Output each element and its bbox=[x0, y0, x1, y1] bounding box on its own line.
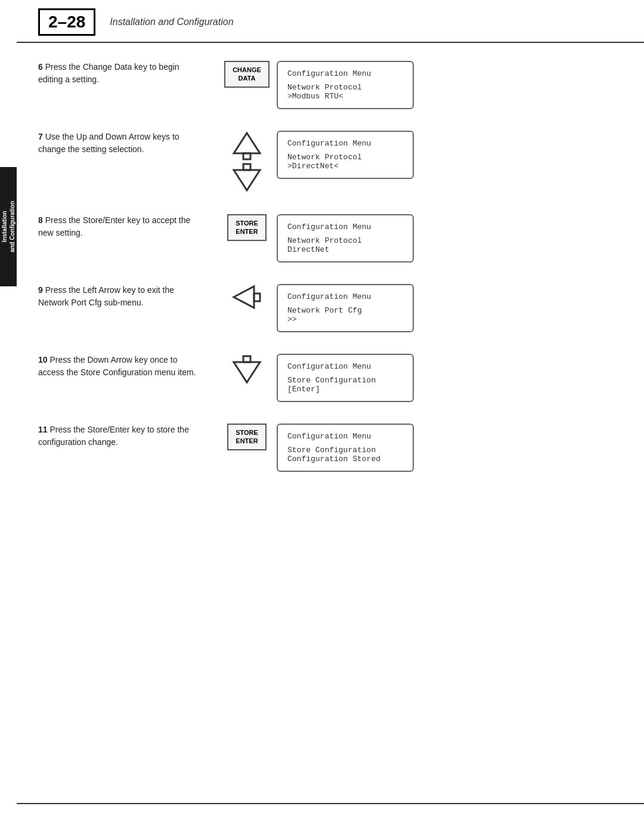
step10-text: 10 Press the Down Arrow key once to acce… bbox=[38, 354, 217, 379]
step6-text: 6 Press the Change Data key to begin edi… bbox=[38, 61, 217, 86]
store-enter-button-8: STORE ENTER bbox=[227, 214, 267, 241]
left-arrow-icon bbox=[231, 284, 262, 311]
step-row: 6 Press the Change Data key to begin edi… bbox=[38, 61, 623, 109]
step6-display: Configuration Menu Network Protocol >Mod… bbox=[277, 61, 414, 109]
page-footer bbox=[17, 803, 644, 804]
page-header: 2–28 Installation and Configuration bbox=[17, 0, 644, 43]
svg-rect-5 bbox=[254, 293, 260, 301]
down-arrow-icon-10 bbox=[231, 354, 262, 385]
svg-marker-0 bbox=[234, 133, 260, 153]
svg-rect-1 bbox=[243, 153, 250, 159]
step9-key bbox=[217, 284, 277, 311]
step8-description: Press the Store/Enter key to accept the … bbox=[38, 215, 190, 237]
step6-key: CHANGE DATA bbox=[217, 61, 277, 88]
svg-marker-7 bbox=[234, 362, 260, 382]
step6-description: Press the Change Data key to begin editi… bbox=[38, 62, 179, 84]
svg-marker-4 bbox=[234, 286, 254, 308]
step-row: 10 Press the Down Arrow key once to acce… bbox=[38, 354, 623, 402]
svg-marker-3 bbox=[234, 170, 260, 190]
main-content: 6 Press the Change Data key to begin edi… bbox=[17, 43, 644, 517]
page-number: 2–28 bbox=[38, 8, 95, 36]
step9-display: Configuration Menu Network Port Cfg >> bbox=[277, 284, 414, 332]
step-row: 7 Use the Up and Down Arrow keys to chan… bbox=[38, 131, 623, 193]
step11-description: Press the Store/Enter key to store the c… bbox=[38, 425, 189, 447]
step9-text: 9 Press the Left Arrow key to exit the N… bbox=[38, 284, 217, 309]
down-arrow-icon bbox=[231, 162, 262, 193]
step8-key: STORE ENTER bbox=[217, 214, 277, 241]
step7-display: Configuration Menu Network Protocol >Dir… bbox=[277, 131, 414, 179]
step-row: 8 Press the Store/Enter key to accept th… bbox=[38, 214, 623, 262]
change-data-button: CHANGE DATA bbox=[224, 61, 270, 88]
sidebar-label: Installationand Configuration bbox=[1, 201, 16, 252]
step7-text: 7 Use the Up and Down Arrow keys to chan… bbox=[38, 131, 217, 156]
step-row: 9 Press the Left Arrow key to exit the N… bbox=[38, 284, 623, 332]
step9-description: Press the Left Arrow key to exit the Net… bbox=[38, 285, 174, 307]
store-enter-button-11: STORE ENTER bbox=[227, 424, 267, 450]
step7-key bbox=[217, 131, 277, 193]
step-row: 11 Press the Store/Enter key to store th… bbox=[38, 424, 623, 472]
page-title: Installation and Configuration bbox=[110, 17, 233, 27]
up-down-arrows bbox=[231, 131, 262, 193]
step10-display: Configuration Menu Store Configuration [… bbox=[277, 354, 414, 402]
step7-description: Use the Up and Down Arrow keys to change… bbox=[38, 132, 179, 154]
step10-key bbox=[217, 354, 277, 385]
sidebar-tab: Installationand Configuration bbox=[0, 167, 17, 286]
step8-text: 8 Press the Store/Enter key to accept th… bbox=[38, 214, 217, 239]
step10-description: Press the Down Arrow key once to access … bbox=[38, 355, 196, 377]
step8-display: Configuration Menu Network Protocol Dire… bbox=[277, 214, 414, 262]
step11-text: 11 Press the Store/Enter key to store th… bbox=[38, 424, 217, 449]
up-arrow-icon bbox=[231, 131, 262, 162]
step11-key: STORE ENTER bbox=[217, 424, 277, 450]
step11-display: Configuration Menu Store Configuration C… bbox=[277, 424, 414, 472]
